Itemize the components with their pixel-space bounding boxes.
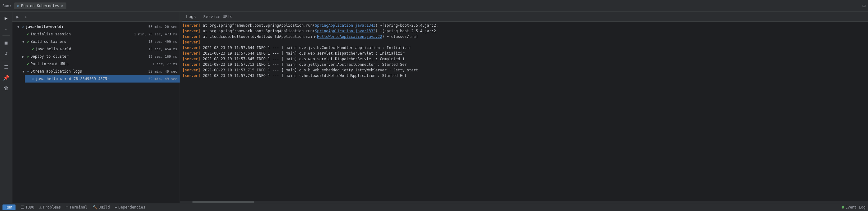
log-link-1[interactable]: SpringApplication.java:1343 — [315, 23, 375, 28]
scroll-button[interactable]: ↓ — [2, 24, 10, 33]
tree-label: Stream application logs — [30, 69, 82, 73]
run-tab[interactable]: ⚙ Run on Kubernetes ✕ — [14, 2, 66, 9]
tree-item-initialize-session[interactable]: ✔ Initialize session 1 min, 25 sec, 473 … — [20, 30, 180, 38]
run-status-label: Run — [6, 205, 12, 209]
run-status-button[interactable]: Run — [2, 205, 16, 210]
title-bar: Run: ⚙ Run on Kubernetes ✕ ⚙ — [0, 0, 868, 12]
log-tag: [server] — [182, 51, 200, 56]
tree-item-port-forward[interactable]: ✔ Port forward URLs 1 sec, 77 ms — [20, 60, 180, 68]
terminal-button[interactable]: ⊡ Terminal — [66, 205, 88, 209]
log-tag: [server] — [182, 46, 200, 50]
log-text: at org.springframework.boot.SpringApplic… — [203, 23, 438, 28]
log-line: [server] 2021-08-23 19:11:57.645 INFO 1 … — [180, 57, 868, 62]
log-text: at org.springframework.boot.SpringApplic… — [203, 29, 438, 33]
problems-button[interactable]: ⚠ Problems — [39, 205, 61, 209]
tree-item-pod[interactable]: ✳ java-hello-world-78f85d9569-4575r 52 m… — [25, 75, 180, 83]
tree-item-java-hello-world[interactable]: ▼ ✳ java-hello-world: 53 min, 20 sec — [15, 23, 180, 30]
log-line: [server] at cloudcode.helloworld.HelloWo… — [180, 34, 868, 40]
log-tag: [server] — [182, 57, 200, 61]
filter-button[interactable]: ☰ — [2, 63, 10, 71]
tree-label: java-hello-world — [35, 47, 71, 51]
tree-time: 12 sec, 169 ms — [148, 55, 177, 59]
log-panel: Logs Service URLs [server] at org.spring… — [180, 12, 868, 203]
log-link-3[interactable]: HelloWorldApplication.java:22 — [317, 34, 382, 39]
settings-icon[interactable]: ⚙ — [862, 3, 866, 9]
log-line: [server] — [180, 40, 868, 45]
check-icon: ✔ — [27, 39, 29, 44]
event-log-button[interactable]: Event Log — [842, 205, 866, 209]
build-icon: 🔨 — [92, 205, 97, 209]
terminal-label: Terminal — [69, 205, 88, 209]
log-tag: [server] — [182, 34, 200, 39]
log-tag: [server] — [182, 62, 200, 67]
log-tabs: Logs Service URLs — [180, 12, 868, 22]
warning-icon: ⚠ — [39, 205, 42, 209]
spinner-icon: ✳ — [27, 69, 29, 73]
event-log-label: Event Log — [845, 205, 866, 209]
run-button[interactable]: ▶ — [2, 14, 10, 22]
log-content[interactable]: [server] at org.springframework.boot.Spr… — [180, 22, 868, 201]
toolbar-btn-1[interactable]: ▶ — [14, 13, 21, 20]
log-tag: [server] — [182, 40, 200, 44]
trash-button[interactable]: 🗑 — [2, 84, 10, 92]
toolbar-btn-2[interactable]: ↓ — [22, 13, 29, 20]
todo-button[interactable]: ☰ TODO — [21, 205, 34, 209]
main-layout: ▶ ↓ ■ ↺ ☰ 📌 🗑 ▶ ↓ ▼ ✳ java-hello-world: … — [0, 12, 868, 203]
tree-time: 1 sec, 77 ms — [153, 62, 177, 66]
log-text: 2021-08-23 19:11:57.644 INFO 1 --- [ mai… — [203, 51, 405, 56]
log-text: 2021-08-23 19:11:57.645 INFO 1 --- [ mai… — [203, 57, 405, 61]
tree-label: java-hello-world: — [25, 25, 64, 29]
arrow-down-icon: ▼ — [22, 40, 26, 43]
tab-service-urls[interactable]: Service URLs — [199, 13, 236, 22]
stop-button[interactable]: ■ — [2, 38, 10, 47]
log-line: [server] 2021-08-23 19:11:57.712 INFO 1 … — [180, 62, 868, 68]
todo-label: TODO — [25, 205, 34, 209]
tree-item-java-hello-world-sub[interactable]: ✔ java-hello-world 13 sec, 454 ms — [25, 45, 180, 53]
check-icon: ✔ — [27, 32, 29, 36]
kubernetes-icon: ⚙ — [17, 4, 19, 8]
log-tag: [server] — [182, 23, 200, 28]
rerun-button[interactable]: ↺ — [2, 49, 10, 57]
tree-item-stream-logs[interactable]: ▼ ✳ Stream application logs 52 min, 49 s… — [20, 68, 180, 75]
build-button[interactable]: 🔨 Build — [92, 205, 110, 209]
tree-label: Build containers — [30, 39, 66, 44]
arrow-down-icon: ▼ — [22, 70, 26, 73]
log-line: [server] at org.springframework.boot.Spr… — [180, 29, 868, 34]
log-text: 2021-08-23 19:11:57.712 INFO 1 --- [ mai… — [203, 62, 407, 67]
log-tag: [server] — [182, 73, 200, 78]
tree-time: 53 min, 20 sec — [148, 25, 177, 29]
terminal-icon: ⊡ — [66, 205, 68, 209]
log-text: 2021-08-23 19:11:57.644 INFO 1 --- [ mai… — [203, 46, 411, 50]
check-icon: ✔ — [32, 47, 34, 51]
tree-label: Deploy to cluster — [30, 54, 68, 59]
log-text: 2021-08-23 19:11:57.743 INFO 1 --- [ mai… — [203, 73, 407, 78]
tab-close-button[interactable]: ✕ — [61, 4, 63, 8]
log-line: [server] 2021-08-23 19:11:57.715 INFO 1 … — [180, 68, 868, 73]
tree-item-build-containers[interactable]: ▼ ✔ Build containers 13 sec, 499 ms — [20, 38, 180, 45]
tree-item-deploy-to-cluster[interactable]: ▶ ✔ Deploy to cluster 12 sec, 169 ms — [20, 53, 180, 60]
problems-label: Problems — [43, 205, 61, 209]
tree-content: ▼ ✳ java-hello-world: 53 min, 20 sec ✔ I… — [12, 22, 180, 203]
log-line: [server] 2021-08-23 19:11:57.743 INFO 1 … — [180, 73, 868, 79]
check-icon: ✔ — [27, 62, 29, 66]
tree-toolbar: ▶ ↓ — [12, 12, 180, 22]
run-label: Run: — [2, 4, 11, 8]
tab-logs[interactable]: Logs — [182, 13, 199, 22]
log-link-2[interactable]: SpringApplication.java:1332 — [315, 29, 375, 33]
tab-name: Run on Kubernetes — [21, 4, 59, 8]
separator-2 — [2, 60, 10, 60]
log-line: [server] at org.springframework.boot.Spr… — [180, 23, 868, 29]
log-tag: [server] — [182, 29, 200, 33]
log-text: 2021-08-23 19:11:57.715 INFO 1 --- [ mai… — [203, 68, 418, 72]
event-dot-icon — [842, 206, 844, 209]
deps-icon: ◈ — [115, 205, 117, 209]
log-text: at cloudcode.helloworld.HelloWorldApplic… — [203, 34, 418, 39]
log-line: [server] 2021-08-23 19:11:57.644 INFO 1 … — [180, 51, 868, 57]
tree-time: 52 min, 49 sec — [148, 69, 177, 73]
dependencies-label: Dependencies — [119, 205, 146, 209]
build-label: Build — [99, 205, 110, 209]
tree-label: Initialize session — [30, 32, 71, 36]
pin-button[interactable]: 📌 — [2, 73, 10, 82]
dependencies-button[interactable]: ◈ Dependencies — [115, 205, 146, 209]
tool-sidebar: ▶ ↓ ■ ↺ ☰ 📌 🗑 — [0, 12, 12, 203]
